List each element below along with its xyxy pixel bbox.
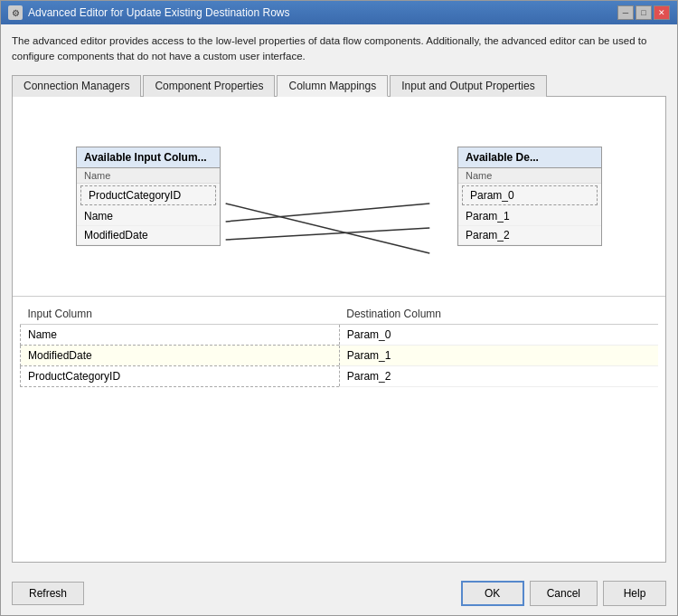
input-columns-title: Available Input Colum...: [77, 147, 220, 168]
bottom-bar: Refresh OK Cancel Help: [1, 572, 677, 615]
input-col-item-1[interactable]: Name: [77, 207, 220, 226]
mapping-table: Input Column Destination Column Name Par…: [20, 304, 658, 387]
cancel-button[interactable]: Cancel: [530, 581, 598, 606]
table-cell-destination: Param_2: [339, 365, 658, 386]
tab-column-mappings[interactable]: Column Mappings: [277, 75, 388, 97]
mapping-inner: Available Input Colum... Name ProductCat…: [22, 106, 656, 287]
tab-component-properties[interactable]: Component Properties: [143, 75, 275, 97]
main-window: ⚙ Advanced Editor for Update Existing De…: [0, 0, 678, 616]
svg-line-0: [226, 204, 430, 253]
dest-columns-title: Available De...: [458, 147, 601, 168]
main-panel: Available Input Colum... Name ProductCat…: [12, 97, 666, 564]
mapping-table-area: Input Column Destination Column Name Par…: [13, 297, 665, 563]
dest-col-item-0[interactable]: Param_0: [462, 185, 598, 205]
input-col-item-2[interactable]: ModifiedDate: [77, 226, 220, 245]
tab-bar: Connection Managers Component Properties…: [12, 74, 666, 97]
ok-button[interactable]: OK: [461, 581, 524, 606]
table-cell-input: ProductCategoryID: [21, 365, 340, 386]
description-text: The advanced editor provides access to t…: [12, 33, 666, 65]
action-buttons: OK Cancel Help: [461, 581, 666, 606]
window-icon: ⚙: [8, 5, 23, 20]
table-row[interactable]: ProductCategoryID Param_2: [21, 365, 659, 386]
col-header-destination: Destination Column: [339, 304, 658, 325]
minimize-button[interactable]: ─: [617, 5, 634, 20]
mapping-diagram-area: Available Input Colum... Name ProductCat…: [13, 97, 665, 297]
table-row[interactable]: ModifiedDate Param_1: [21, 345, 659, 365]
col-header-input: Input Column: [21, 304, 340, 325]
svg-line-1: [226, 204, 430, 222]
dest-columns-box: Available De... Name Param_0 Param_1 Par…: [457, 147, 602, 246]
input-col-item-0[interactable]: ProductCategoryID: [80, 185, 216, 205]
input-columns-header: Name: [77, 168, 220, 184]
input-columns-box: Available Input Colum... Name ProductCat…: [76, 147, 221, 246]
svg-line-2: [226, 228, 430, 240]
table-cell-input: ModifiedDate: [21, 345, 340, 365]
dest-col-item-2[interactable]: Param_2: [458, 226, 601, 245]
title-bar-controls: ─ □ ✕: [617, 5, 670, 20]
title-bar: ⚙ Advanced Editor for Update Existing De…: [1, 1, 677, 24]
close-button[interactable]: ✕: [654, 5, 670, 20]
maximize-button[interactable]: □: [636, 5, 652, 20]
tab-input-output-properties[interactable]: Input and Output Properties: [390, 75, 546, 97]
content-area: The advanced editor provides access to t…: [1, 24, 677, 572]
dest-col-item-1[interactable]: Param_1: [458, 207, 601, 226]
tab-connection-managers[interactable]: Connection Managers: [12, 75, 141, 97]
window-title: Advanced Editor for Update Existing Dest…: [28, 6, 289, 19]
refresh-button[interactable]: Refresh: [12, 582, 84, 605]
table-cell-input: Name: [21, 324, 340, 345]
table-row[interactable]: Name Param_0: [21, 324, 659, 345]
help-button[interactable]: Help: [603, 581, 666, 606]
table-cell-destination: Param_0: [339, 324, 658, 345]
dest-columns-header: Name: [458, 168, 601, 184]
table-cell-destination: Param_1: [339, 345, 658, 365]
